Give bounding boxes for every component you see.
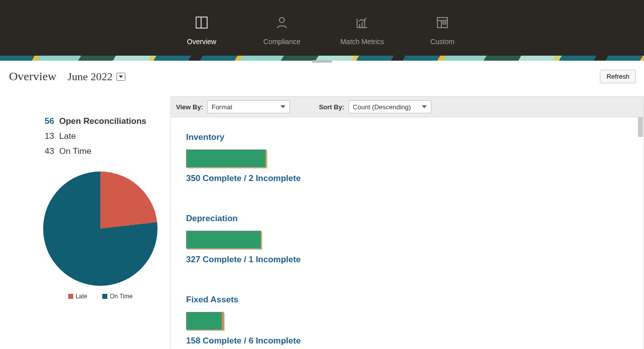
viewby-value: Format xyxy=(212,103,232,111)
svg-rect-11 xyxy=(443,22,446,24)
viewby-label: View By: xyxy=(176,103,203,111)
summary-label: Open Reconciliations xyxy=(59,116,146,126)
chevron-down-icon xyxy=(280,105,285,108)
svg-marker-14 xyxy=(422,105,427,108)
nav-item-overview[interactable]: Overview xyxy=(174,16,229,46)
summary-count: 56 xyxy=(40,116,54,126)
legend-swatch xyxy=(68,294,73,299)
viewby-select[interactable]: Format xyxy=(207,100,290,113)
format-card: Depreciation327 Complete / 1 Incomplete xyxy=(186,214,628,265)
progress-bar[interactable] xyxy=(186,312,224,330)
card-title[interactable]: Inventory xyxy=(186,132,628,142)
legend-item-ontime[interactable]: On Time xyxy=(102,293,132,300)
page-title: Overview xyxy=(9,70,57,83)
summary-open-reconciliations[interactable]: 56 Open Reconciliations xyxy=(40,116,160,126)
legend-label: On Time xyxy=(110,293,132,300)
card-title[interactable]: Depreciation xyxy=(186,214,628,224)
cards-list[interactable]: Inventory350 Complete / 2 IncompleteDepr… xyxy=(171,117,643,349)
summary-late[interactable]: 13 Late xyxy=(40,131,160,141)
period-dropdown-button[interactable] xyxy=(116,73,125,81)
progress-bar[interactable] xyxy=(186,149,266,167)
period-label: June 2022 xyxy=(68,70,113,83)
page-header: Overview June 2022 Refresh xyxy=(0,61,644,86)
nav-label: Match Metrics xyxy=(340,38,384,46)
top-nav: Overview Compliance Match Metrics xyxy=(0,0,644,56)
legend-swatch xyxy=(102,294,107,299)
summary-count: 13 xyxy=(40,131,54,141)
card-summary: 350 Complete / 2 Incomplete xyxy=(186,173,628,184)
detail-panel: View By: Format Sort By: Count (Descendi… xyxy=(171,96,644,349)
filter-bar: View By: Format Sort By: Count (Descendi… xyxy=(171,97,643,117)
progress-bar[interactable] xyxy=(186,231,261,249)
chevron-down-icon xyxy=(422,105,427,108)
legend-label: Late xyxy=(76,293,87,300)
summary-label: Late xyxy=(59,131,76,141)
panel-icon xyxy=(195,16,209,30)
refresh-button[interactable]: Refresh xyxy=(600,70,636,83)
pie-graphic[interactable] xyxy=(43,171,157,286)
bar-segment-complete xyxy=(187,231,261,248)
nav-label: Compliance xyxy=(263,38,300,46)
legend-item-late[interactable]: Late xyxy=(68,293,87,300)
pie-legend: Late On Time xyxy=(68,293,133,300)
summary-panel: 56 Open Reconciliations 13 Late 43 On Ti… xyxy=(0,86,171,349)
sortby-label: Sort By: xyxy=(319,103,345,111)
bar-segment-incomplete xyxy=(265,150,266,167)
pie-chart: Late On Time xyxy=(40,171,160,300)
summary-ontime[interactable]: 43 On Time xyxy=(40,146,160,156)
svg-marker-12 xyxy=(119,75,123,78)
card-summary: 327 Complete / 1 Incomplete xyxy=(186,255,628,265)
ribbon-drag-handle[interactable] xyxy=(312,60,332,63)
card-title[interactable]: Fixed Assets xyxy=(186,295,628,305)
nav-item-match-metrics[interactable]: Match Metrics xyxy=(335,16,390,46)
format-card: Inventory350 Complete / 2 Incomplete xyxy=(186,132,628,184)
summary-count: 43 xyxy=(40,146,54,156)
sortby-select[interactable]: Count (Descending) xyxy=(349,100,431,113)
card-summary: 158 Complete / 6 Incomplete xyxy=(186,336,628,346)
content: 56 Open Reconciliations 13 Late 43 On Ti… xyxy=(0,86,644,349)
bar-segment-incomplete xyxy=(222,312,223,329)
layout-icon xyxy=(435,16,449,30)
decorative-ribbon xyxy=(0,56,644,61)
format-card: Fixed Assets158 Complete / 6 Incomplete xyxy=(186,295,628,346)
svg-marker-13 xyxy=(280,105,285,108)
nav-item-custom[interactable]: Custom xyxy=(415,16,470,46)
nav-item-compliance[interactable]: Compliance xyxy=(254,16,309,46)
scrollbar-thumb[interactable] xyxy=(638,117,643,137)
svg-rect-0 xyxy=(196,17,207,28)
bar-segment-complete xyxy=(187,312,222,329)
chart-icon xyxy=(355,16,369,30)
nav-label: Custom xyxy=(430,38,454,46)
svg-point-2 xyxy=(279,18,284,23)
user-icon xyxy=(275,16,289,30)
sortby-value: Count (Descending) xyxy=(353,103,411,111)
nav-label: Overview xyxy=(187,38,216,46)
bar-segment-complete xyxy=(187,150,265,167)
summary-label: On Time xyxy=(59,146,91,156)
